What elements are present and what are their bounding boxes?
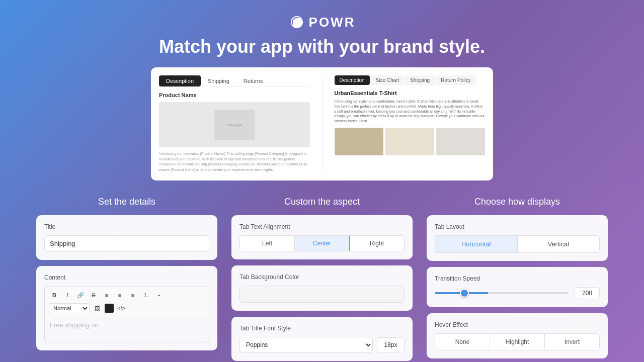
preview-tab-returns[interactable]: Returns — [236, 75, 270, 86]
unordered-list-button[interactable]: • — [153, 290, 165, 301]
hover-effect-label: Hover Effect — [435, 321, 600, 328]
title-label: Title — [44, 223, 209, 230]
align-left-button[interactable]: ≡ — [101, 290, 112, 301]
vertical-button[interactable]: Vertical — [518, 236, 600, 252]
preview-tab-right-desc[interactable]: Description — [335, 75, 370, 85]
alignment-label: Tab Text Alignment — [239, 223, 405, 230]
bg-color-label: Tab Background Color — [239, 274, 405, 281]
font-style-card: Tab Title Font Style Poppins Arial Robot… — [231, 317, 413, 361]
color-input-row — [239, 286, 405, 303]
preview-description-text: Introducing our innovative [Product Name… — [159, 151, 310, 172]
svg-point-0 — [295, 20, 299, 24]
align-left-tab-button[interactable]: Left — [240, 236, 295, 251]
section-choose-displays: Choose how displays Tab Layout Horizonta… — [427, 197, 608, 362]
svg-text:TENDE: TENDE — [226, 123, 242, 128]
logo-text: POWR — [309, 15, 356, 30]
transition-speed-slider[interactable] — [435, 292, 569, 294]
powr-logo-icon — [289, 14, 305, 30]
section-set-details: Set the details Title Content B I 🔗 S ≡ … — [36, 197, 217, 362]
preview-divider — [322, 75, 323, 172]
preview-tab-right-size[interactable]: Size Chart — [371, 75, 405, 85]
italic-button[interactable]: I — [62, 290, 73, 301]
content-card: Content B I 🔗 S ≡ ≡ ≡ 1. • Normal Headin… — [36, 266, 217, 350]
align-center-button[interactable]: ≡ — [114, 290, 125, 301]
preview-right-product-title: UrbanEssentials T-Shirt — [335, 90, 486, 96]
image-button[interactable]: 🖼 — [92, 303, 103, 314]
bold-button[interactable]: B — [49, 290, 60, 301]
preview-tab-right-shipping[interactable]: Shipping — [405, 75, 435, 85]
slider-row — [435, 287, 600, 299]
preview-product-name: Product Name — [159, 92, 310, 98]
title-input[interactable] — [44, 235, 209, 252]
hover-highlight-button[interactable]: Highlight — [490, 334, 545, 350]
font-style-row: Poppins Arial Roboto Open Sans — [239, 337, 405, 353]
bg-color-card: Tab Background Color — [231, 265, 413, 311]
custom-aspect-title: Custom the aspect — [231, 197, 413, 207]
title-card: Title — [36, 215, 217, 260]
hover-invert-button[interactable]: Invert — [545, 334, 599, 350]
hover-effect-group: None Highlight Invert — [435, 333, 600, 350]
align-right-tab-button[interactable]: Right — [350, 236, 404, 251]
section-custom-aspect: Custom the aspect Tab Text Alignment Lef… — [231, 197, 413, 362]
preview-img-3 — [436, 128, 485, 155]
preview-product-image: TENDE — [159, 102, 310, 147]
align-right-button[interactable]: ≡ — [127, 290, 138, 301]
alignment-card: Tab Text Alignment Left Center Right — [231, 215, 413, 259]
transition-speed-card: Transition Speed — [427, 267, 608, 307]
ordered-list-button[interactable]: 1. — [140, 290, 151, 301]
tab-layout-card: Tab Layout Horizontal Vertical — [427, 215, 608, 261]
preview-img-2 — [385, 128, 434, 155]
editor-toolbar: B I 🔗 S ≡ ≡ ≡ 1. • Normal Heading 1 Head… — [44, 286, 209, 317]
preview-tab-right-return[interactable]: Return Policy — [436, 75, 475, 85]
preview-container: Description Shipping Returns Product Nam… — [151, 67, 493, 180]
link-button[interactable]: 🔗 — [75, 290, 86, 301]
code-button[interactable]: </> — [116, 303, 127, 314]
logo: POWR — [0, 14, 644, 30]
font-family-select[interactable]: Poppins Arial Roboto Open Sans — [239, 337, 373, 353]
choose-displays-title: Choose how displays — [427, 197, 608, 207]
font-style-label: Tab Title Font Style — [239, 325, 405, 332]
preview-tabs-left: Description Shipping Returns — [159, 75, 310, 87]
preview-section: Description Shipping Returns Product Nam… — [0, 67, 644, 180]
transition-speed-value[interactable] — [575, 287, 600, 299]
preview-tab-description[interactable]: Description — [159, 75, 201, 86]
hover-effect-card: Hover Effect None Highlight Invert — [427, 313, 608, 358]
sections-row: Set the details Title Content B I 🔗 S ≡ … — [0, 180, 644, 362]
preview-tabs-right: Description Size Chart Shipping Return P… — [335, 75, 486, 85]
preview-right-product-desc: Introducing our stylish and comfortable … — [335, 99, 486, 124]
header: POWR Match your app with your brand styl… — [0, 0, 644, 67]
preview-img-1 — [335, 128, 383, 155]
preview-left: Description Shipping Returns Product Nam… — [159, 75, 310, 172]
align-center-tab-button[interactable]: Center — [295, 236, 350, 251]
bg-color-input[interactable] — [239, 286, 405, 303]
editor-content[interactable]: Free shipping on — [44, 317, 209, 342]
color-picker-button[interactable] — [105, 304, 114, 313]
transition-speed-label: Transition Speed — [435, 275, 600, 282]
format-select[interactable]: Normal Heading 1 Heading 2 Heading 3 — [49, 303, 90, 313]
content-label: Content — [44, 274, 209, 281]
preview-right: Description Size Chart Shipping Return P… — [335, 75, 486, 172]
preview-images-row — [335, 128, 486, 155]
horizontal-button[interactable]: Horizontal — [435, 236, 518, 252]
hover-none-button[interactable]: None — [435, 334, 490, 350]
tab-layout-group: Horizontal Vertical — [435, 235, 600, 253]
strikethrough-button[interactable]: S — [88, 290, 99, 301]
tab-layout-label: Tab Layout — [435, 223, 600, 230]
set-details-title: Set the details — [36, 197, 217, 207]
preview-tab-shipping[interactable]: Shipping — [201, 75, 236, 86]
tagline: Match your app with your brand style. — [0, 36, 644, 57]
alignment-group: Left Center Right — [239, 235, 405, 251]
font-size-input[interactable] — [377, 337, 405, 352]
